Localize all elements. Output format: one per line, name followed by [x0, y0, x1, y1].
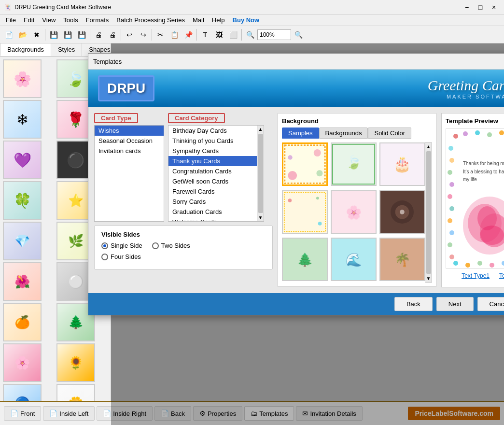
sample-thumb-7[interactable]: 🌲: [282, 238, 328, 281]
tab-styles[interactable]: Styles: [51, 43, 82, 56]
menu-mail[interactable]: Mail: [189, 15, 208, 25]
cat-item-sympathy[interactable]: Sympathy Cards: [168, 146, 257, 156]
zoom-input[interactable]: 100%: [257, 29, 291, 40]
sample-thumb-1[interactable]: [282, 142, 328, 186]
menu-buynow[interactable]: Buy Now: [229, 15, 264, 25]
card-type-item-seasonal[interactable]: Seasonal Occasion: [95, 136, 164, 146]
tb-open[interactable]: 📂: [16, 28, 29, 42]
cat-item-thinking[interactable]: Thinking of you Cards: [168, 136, 257, 146]
tb-save3[interactable]: 💾: [75, 28, 88, 42]
list-item[interactable]: 🌸: [3, 343, 42, 382]
cat-item-sorry[interactable]: Sorry Cards: [168, 197, 257, 207]
sample-thumb-6[interactable]: [379, 190, 425, 234]
radio-four-circle: [101, 254, 108, 260]
sample-thumb-2[interactable]: 🍃: [331, 142, 377, 186]
list-item[interactable]: 🌺: [3, 262, 42, 301]
menu-help[interactable]: Help: [208, 15, 229, 25]
sample-scroll-up[interactable]: ▲: [425, 143, 432, 150]
menu-batch[interactable]: Batch Processing Series: [112, 15, 189, 25]
cat-item-thankyou[interactable]: Thank you Cards: [168, 156, 257, 166]
card-type-item-wishes[interactable]: Wishes: [95, 126, 164, 136]
tb-paste[interactable]: 📌: [182, 28, 195, 42]
menu-edit[interactable]: Edit: [20, 15, 38, 25]
tb-save2[interactable]: 💾: [61, 28, 74, 42]
card-category-list[interactable]: Birthday Day Cards Thinking of you Cards…: [168, 125, 257, 222]
tb-save[interactable]: 💾: [47, 28, 60, 42]
tb-new[interactable]: 📄: [2, 28, 15, 42]
sample-thumb-8[interactable]: 🌊: [331, 238, 377, 281]
svg-text:🌊: 🌊: [346, 252, 362, 268]
left-column: Card Type Wishes Seasonal Occasion Invit…: [94, 113, 273, 287]
svg-point-57: [453, 261, 458, 266]
card-type-item-invitation[interactable]: Invitation cards: [95, 146, 164, 156]
sample-scroll-down[interactable]: ▼: [425, 275, 432, 282]
bottom-tab-inside-left[interactable]: 📄 Inside Left: [43, 406, 95, 421]
cat-item-farewell[interactable]: Farewell Cards: [168, 186, 257, 197]
sample-thumb-5[interactable]: 🌸: [331, 190, 377, 234]
radio-two-sides[interactable]: Two Sides: [152, 242, 190, 249]
radio-four-sides[interactable]: Four Sides: [101, 253, 141, 260]
menu-bar: File Edit View Tools Formats Batch Proce…: [0, 14, 504, 26]
bg-tab-samples[interactable]: Samples: [282, 128, 319, 139]
svg-point-37: [448, 146, 453, 151]
tb-copy[interactable]: 📋: [168, 28, 181, 42]
dialog-body: Card Type Wishes Seasonal Occasion Invit…: [88, 107, 504, 293]
preview-svg: Thanks for being my true friend!! It's a…: [446, 129, 504, 269]
minimize-button[interactable]: −: [461, 2, 473, 12]
cancel-button[interactable]: Cancel: [477, 297, 504, 311]
svg-point-4: [288, 155, 292, 159]
list-item[interactable]: 🍀: [3, 181, 42, 220]
sample-thumb-3[interactable]: 🎂: [379, 142, 425, 186]
tb-zoom-out[interactable]: 🔍: [243, 28, 257, 42]
tb-cut[interactable]: ✂: [154, 28, 167, 42]
menu-file[interactable]: File: [2, 15, 20, 25]
tb-shape[interactable]: ⬜: [226, 28, 240, 42]
menu-formats[interactable]: Formats: [82, 15, 113, 25]
sample-thumb-9[interactable]: 🌴: [379, 238, 425, 281]
text-type1-link[interactable]: Text Type1: [462, 272, 490, 279]
list-item[interactable]: ❄: [3, 100, 42, 139]
title-bar: 🃏 DRPU Greeting Card Maker Software − □ …: [0, 0, 504, 14]
scroll-down-arrow[interactable]: ▼: [257, 214, 264, 221]
bg-tab-solid[interactable]: Solid Color: [368, 128, 411, 139]
tb-print2[interactable]: 🖨: [106, 28, 119, 42]
card-type-list[interactable]: Wishes Seasonal Occasion Invitation card…: [94, 125, 164, 222]
cat-item-congratulation[interactable]: Congratulation Cards: [168, 166, 257, 176]
next-button[interactable]: Next: [436, 297, 474, 311]
list-item[interactable]: 💎: [3, 222, 42, 260]
visible-sides-section: Visible Sides Single Side Two Sides: [94, 226, 273, 269]
dialog-header: DRPU Greeting Cards MAKER SOFTWARE: [88, 70, 504, 107]
tb-close[interactable]: ✖: [30, 28, 43, 42]
back-button[interactable]: Back: [394, 297, 433, 311]
svg-point-42: [449, 206, 454, 211]
tb-zoom-in[interactable]: 🔍: [292, 28, 305, 42]
cat-item-graduation[interactable]: Graduation Cards: [168, 207, 257, 217]
tb-redo[interactable]: ↪: [137, 28, 150, 42]
scroll-up-arrow[interactable]: ▲: [257, 126, 264, 133]
svg-text:🎂: 🎂: [393, 155, 412, 173]
text-type2-link[interactable]: Text Type2: [499, 272, 504, 279]
sample-thumb-4[interactable]: [282, 190, 328, 234]
tb-undo[interactable]: ↩: [123, 28, 136, 42]
menu-tools[interactable]: Tools: [59, 15, 82, 25]
bg-tab-backgrounds[interactable]: Backgrounds: [319, 128, 368, 139]
close-button[interactable]: ×: [488, 2, 500, 12]
list-item[interactable]: 💜: [3, 141, 42, 179]
gc-subtitle: MAKER SOFTWARE: [428, 94, 504, 99]
menu-view[interactable]: View: [38, 15, 59, 25]
cat-item-getwell[interactable]: GetWell soon Cards: [168, 176, 257, 186]
maximize-button[interactable]: □: [474, 2, 487, 12]
drpu-logo: DRPU: [98, 75, 154, 101]
tb-img[interactable]: 🖼: [212, 28, 226, 42]
radio-single-side[interactable]: Single Side: [101, 242, 142, 249]
list-item[interactable]: 🌸: [3, 59, 42, 98]
bottom-tab-front[interactable]: 📄 Front: [4, 406, 41, 421]
tb-print[interactable]: 🖨: [92, 28, 105, 42]
tab-backgrounds[interactable]: Backgrounds: [0, 43, 51, 56]
tb-text[interactable]: T: [198, 28, 212, 42]
cat-item-welcome[interactable]: Welcome Cards: [168, 217, 257, 222]
cat-item-birthday[interactable]: Birthday Day Cards: [168, 126, 257, 136]
svg-point-45: [448, 242, 452, 247]
list-item[interactable]: 🍊: [3, 303, 42, 341]
list-item[interactable]: 🌻: [56, 343, 95, 382]
